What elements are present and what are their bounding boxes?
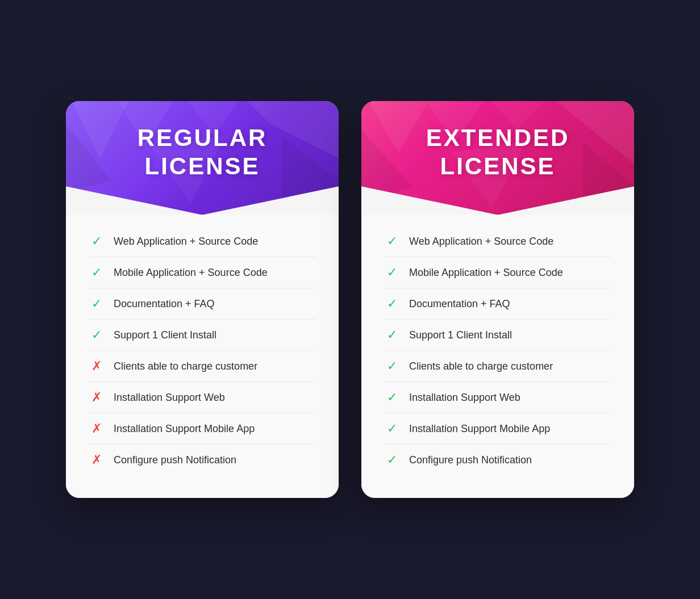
list-item: ✓Support 1 Client Install bbox=[89, 320, 316, 351]
cross-icon: ✗ bbox=[89, 359, 105, 374]
list-item: ✓Mobile Application + Source Code bbox=[89, 257, 316, 288]
check-icon: ✓ bbox=[384, 296, 400, 311]
extended-feature-list: ✓Web Application + Source Code✓Mobile Ap… bbox=[384, 226, 611, 475]
check-icon: ✓ bbox=[384, 328, 400, 342]
regular-feature-list: ✓Web Application + Source Code✓Mobile Ap… bbox=[89, 226, 316, 475]
list-item: ✓Web Application + Source Code bbox=[89, 226, 316, 257]
check-icon: ✓ bbox=[384, 234, 400, 249]
feature-text: Documentation + FAQ bbox=[409, 298, 510, 310]
list-item: ✓Clients able to charge customer bbox=[384, 351, 611, 382]
cross-icon: ✗ bbox=[89, 390, 105, 405]
check-icon: ✓ bbox=[89, 296, 105, 311]
feature-text: Installation Support Mobile App bbox=[409, 423, 550, 435]
check-icon: ✓ bbox=[384, 421, 400, 436]
check-icon: ✓ bbox=[89, 328, 105, 342]
feature-text: Documentation + FAQ bbox=[114, 298, 215, 310]
feature-text: Web Application + Source Code bbox=[114, 236, 258, 248]
cross-icon: ✗ bbox=[89, 453, 105, 467]
list-item: ✓Support 1 Client Install bbox=[384, 320, 611, 351]
check-icon: ✓ bbox=[384, 453, 400, 467]
regular-title: REGULARLICENSE bbox=[83, 124, 322, 181]
feature-text: Mobile Application + Source Code bbox=[114, 267, 268, 279]
feature-text: Configure push Notification bbox=[409, 454, 532, 466]
list-item: ✗Clients able to charge customer bbox=[89, 351, 316, 382]
list-item: ✓Documentation + FAQ bbox=[89, 288, 316, 320]
list-item: ✓Installation Support Web bbox=[384, 382, 611, 413]
list-item: ✗Installation Support Mobile App bbox=[89, 413, 316, 445]
card-regular: REGULARLICENSE✓Web Application + Source … bbox=[66, 101, 339, 499]
cross-icon: ✗ bbox=[89, 421, 105, 436]
check-icon: ✓ bbox=[384, 265, 400, 280]
feature-text: Installation Support Web bbox=[114, 392, 225, 404]
list-item: ✓Configure push Notification bbox=[384, 445, 611, 475]
feature-text: Configure push Notification bbox=[114, 454, 236, 466]
cards-container: REGULARLICENSE✓Web Application + Source … bbox=[43, 78, 657, 521]
list-item: ✗Installation Support Web bbox=[89, 382, 316, 413]
feature-text: Support 1 Client Install bbox=[114, 329, 216, 341]
list-item: ✓Documentation + FAQ bbox=[384, 288, 611, 320]
extended-title: EXTENDEDLICENSE bbox=[378, 124, 617, 181]
extended-header: EXTENDEDLICENSE bbox=[361, 101, 634, 215]
check-icon: ✓ bbox=[384, 359, 400, 374]
feature-text: Web Application + Source Code bbox=[409, 236, 553, 248]
list-item: ✓Web Application + Source Code bbox=[384, 226, 611, 257]
extended-body: ✓Web Application + Source Code✓Mobile Ap… bbox=[361, 215, 634, 498]
card-extended: EXTENDEDLICENSE✓Web Application + Source… bbox=[361, 101, 634, 499]
regular-header: REGULARLICENSE bbox=[66, 101, 339, 215]
feature-text: Installation Support Mobile App bbox=[114, 423, 255, 435]
list-item: ✓Mobile Application + Source Code bbox=[384, 257, 611, 288]
feature-text: Clients able to charge customer bbox=[409, 361, 553, 372]
check-icon: ✓ bbox=[384, 390, 400, 405]
feature-text: Installation Support Web bbox=[409, 392, 520, 404]
regular-body: ✓Web Application + Source Code✓Mobile Ap… bbox=[66, 215, 339, 498]
check-icon: ✓ bbox=[89, 265, 105, 280]
feature-text: Clients able to charge customer bbox=[114, 361, 257, 372]
list-item: ✓Installation Support Mobile App bbox=[384, 413, 611, 445]
feature-text: Mobile Application + Source Code bbox=[409, 267, 563, 279]
check-icon: ✓ bbox=[89, 234, 105, 249]
list-item: ✗Configure push Notification bbox=[89, 445, 316, 475]
feature-text: Support 1 Client Install bbox=[409, 329, 512, 341]
